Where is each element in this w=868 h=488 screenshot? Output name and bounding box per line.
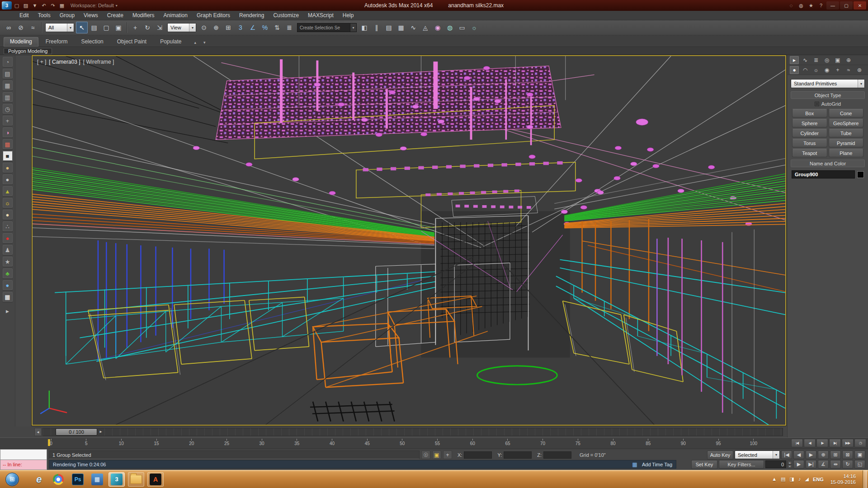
taskbar-item[interactable]: 3 (108, 472, 125, 487)
display-tab-icon[interactable]: ▣ (833, 56, 842, 64)
show-desktop-button[interactable] (863, 470, 867, 488)
menu-item[interactable]: Graph Editors (193, 11, 234, 19)
object-name-field[interactable]: Group900 (792, 170, 855, 178)
key-play-icon[interactable]: ▶ (806, 450, 816, 459)
canvas-tool-icon[interactable]: ■ (3, 151, 13, 161)
dots-tool-icon[interactable]: ∴ (3, 221, 13, 231)
viewport-general-menu[interactable]: [ + ] (37, 59, 46, 65)
keyboard-shortcut-override-icon[interactable]: ⊞ (222, 22, 234, 33)
zoom-icon[interactable]: ⊕ (818, 450, 829, 459)
tray-network-icon[interactable]: ◢ (805, 476, 808, 482)
edit-named-selection-sets-icon[interactable]: ≣ (283, 22, 295, 33)
next-frame-icon[interactable]: ▶| (829, 439, 841, 447)
field-of-view-icon[interactable]: ∡ (818, 460, 829, 469)
hierarchy-tab-icon[interactable]: ≣ (811, 56, 821, 64)
zoom-all-icon[interactable]: ⊞ (830, 450, 841, 459)
menu-item[interactable]: Edit (15, 11, 33, 19)
render-production-icon[interactable]: ☼ (468, 22, 480, 33)
current-frame-field[interactable]: 0 (765, 460, 786, 468)
play-animation-icon[interactable]: ▶ (816, 439, 828, 447)
red-ball-icon[interactable]: ● (3, 233, 13, 243)
clock-tool-icon[interactable]: ◷ (3, 104, 13, 114)
y-coordinate-field[interactable] (504, 451, 532, 459)
viewport-scene[interactable] (33, 56, 785, 425)
menu-item[interactable]: Views (80, 11, 102, 19)
window-crossing-icon[interactable]: ▣ (113, 22, 124, 33)
time-slider-handle[interactable]: 0 / 100 (56, 428, 97, 436)
leaf-tool-icon[interactable]: ♣ (3, 268, 13, 278)
helpers-category-icon[interactable]: + (833, 66, 842, 74)
selection-lock-icon[interactable]: ▣ (432, 450, 441, 459)
sun-tool-icon[interactable]: ☼ (3, 198, 13, 208)
x-coordinate-field[interactable] (464, 451, 492, 459)
modify-tab-icon[interactable]: ∿ (801, 56, 810, 64)
graphite-ribbon-toggle-icon[interactable]: ▦ (395, 22, 407, 33)
key-prev-icon[interactable]: ◀ (793, 450, 804, 459)
object-type-rollout[interactable]: Object Type (791, 91, 865, 99)
object-type-button[interactable]: Pyramid (829, 139, 864, 147)
next-frame-icon[interactable]: ► (99, 430, 103, 434)
workspace-selector[interactable]: Workspace: Default ▾ (71, 3, 118, 8)
track-bar[interactable]: 0510152025303540455055606570758085909510… (0, 437, 868, 449)
orbit-icon[interactable]: ↻ (842, 460, 853, 469)
name-color-rollout[interactable]: Name and Color (791, 160, 865, 167)
favorites-icon[interactable]: ★ (807, 1, 816, 9)
schematic-view-icon[interactable]: ◬ (420, 22, 431, 33)
ribbon-tab[interactable]: Selection (75, 37, 109, 47)
minimize-button[interactable]: — (826, 1, 839, 9)
geometry-category-icon[interactable]: ● (790, 66, 799, 74)
pan-view-icon[interactable]: ⇹ (830, 460, 841, 469)
app-logo-icon[interactable]: 3 (2, 1, 12, 9)
object-type-button[interactable]: GeoSphere (829, 119, 864, 127)
key-filters-button[interactable]: Key Filters... (719, 460, 764, 469)
menu-item[interactable]: Modifiers (128, 11, 159, 19)
previous-frame-icon[interactable]: ◄ (34, 428, 42, 436)
star-tool-icon[interactable]: ★ (3, 257, 13, 267)
select-and-rotate-icon[interactable]: ↻ (142, 22, 153, 33)
viewport-shading-menu[interactable]: [ Wireframe ] (83, 59, 114, 65)
zoom-extents-icon[interactable]: ⊠ (842, 450, 853, 459)
ribbon-tab[interactable]: Freeform (39, 37, 74, 47)
menu-item[interactable]: Tools (34, 11, 55, 19)
curve-editor-icon[interactable]: ∿ (407, 22, 419, 33)
listener-script-line[interactable]: -- In line: (0, 460, 47, 470)
ribbon-config-icon[interactable]: ▾ (202, 38, 208, 47)
frame-spinner[interactable]: ▲ ▼ (788, 461, 792, 468)
taskbar-item[interactable] (50, 472, 66, 487)
maximize-viewport-icon[interactable]: ◱ (854, 460, 865, 469)
add-time-tag[interactable]: Add Time Tag (642, 462, 672, 467)
object-type-button[interactable]: Plane (829, 149, 864, 157)
autogrid-checkbox[interactable] (815, 102, 819, 106)
maximize-button[interactable]: ▢ (840, 1, 853, 9)
time-tag-icon[interactable]: ▦ (630, 460, 639, 469)
cameras-category-icon[interactable]: ◉ (822, 66, 831, 74)
sphere-tan-icon[interactable]: ● (3, 163, 13, 173)
taskbar-item[interactable]: ▦ (89, 472, 105, 487)
language-indicator[interactable]: ENG (813, 477, 824, 482)
tab-polygon-modeling[interactable]: Polygon Modeling (4, 48, 52, 54)
grid-white-icon[interactable]: ▦ (3, 292, 13, 302)
ribbon-tab[interactable]: Populate (154, 37, 188, 47)
infocenter-search-icon[interactable]: ◌ (787, 1, 796, 9)
primitives-dropdown[interactable]: Standard Primitives ▾ (791, 79, 865, 88)
start-button[interactable]: ⊞ (5, 473, 19, 486)
select-and-move-icon[interactable]: + (129, 22, 141, 33)
select-and-manipulate-icon[interactable]: ⊕ (210, 22, 222, 33)
tray-volume-icon[interactable]: ♪ (798, 476, 801, 482)
previous-frame-icon[interactable]: ◀ (804, 439, 816, 447)
object-type-button[interactable]: Cylinder (792, 129, 827, 137)
spinner-snap-icon[interactable]: ⇅ (271, 22, 283, 33)
listener-macro-line[interactable] (0, 449, 47, 460)
taskbar-item[interactable] (128, 472, 144, 487)
redo-icon[interactable]: ↷ (49, 1, 57, 9)
lights-category-icon[interactable]: ☼ (811, 66, 821, 74)
help-icon[interactable]: ? (816, 1, 826, 9)
use-pivot-center-icon[interactable]: ⊙ (198, 22, 210, 33)
blue-ball-icon[interactable]: ● (3, 280, 13, 290)
undo-icon[interactable]: ↶ (40, 1, 48, 9)
cone-tool-icon[interactable]: ▲ (3, 186, 13, 196)
rectangular-selection-region-icon[interactable]: ▢ (100, 22, 112, 33)
time-slider-track[interactable]: 0 / 100 ► (42, 428, 783, 436)
ribbon-tab[interactable]: Object Paint (111, 37, 153, 47)
go-to-end-icon[interactable]: ▶▶ (842, 439, 854, 447)
